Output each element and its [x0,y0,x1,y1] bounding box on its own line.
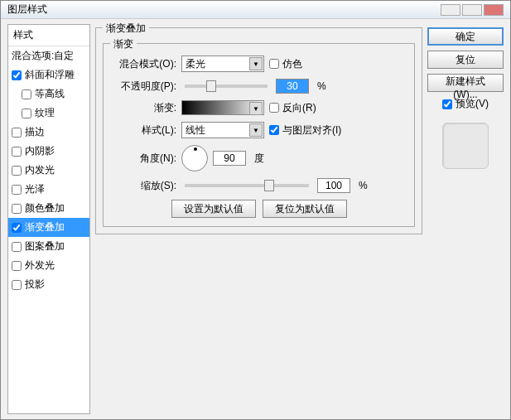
close-button[interactable] [484,4,504,16]
sidebar-item[interactable]: 渐变叠加 [8,218,89,237]
sidebar-item[interactable]: 纹理 [8,104,89,123]
blend-mode-label: 混合模式(O): [112,57,176,71]
sidebar-item[interactable]: 描边 [8,123,89,142]
sidebar-item[interactable]: 斜面和浮雕 [8,65,89,84]
scale-slider[interactable] [185,184,309,187]
minimize-button[interactable] [441,4,460,16]
effect-title: 渐变叠加 [103,22,149,36]
angle-label: 角度(N): [112,152,176,166]
angle-dial[interactable] [181,145,208,171]
sidebar-item-blend-options[interactable]: 混合选项:自定 [8,46,89,65]
content-panel: 渐变叠加 渐变 混合模式(O): ▼ 仿色 不透明度( [95,24,422,414]
percent-unit: % [317,80,326,92]
sidebar-item[interactable]: 内发光 [8,161,89,180]
style-label: 样式(L): [112,123,176,138]
sidebar-item[interactable]: 内阴影 [8,142,89,161]
opacity-slider[interactable] [185,84,268,88]
reverse-checkbox[interactable]: 反向(R) [269,101,316,115]
main-area: 样式 混合选项:自定 斜面和浮雕等高线纹理描边内阴影内发光光泽颜色叠加渐变叠加图… [1,19,510,419]
opacity-label: 不透明度(P): [112,80,176,94]
gradient-preview[interactable] [181,100,264,115]
ok-button[interactable]: 确定 [427,27,504,46]
align-checkbox[interactable]: 与图层对齐(I) [269,123,341,138]
styles-sidebar: 样式 混合选项:自定 斜面和浮雕等高线纹理描边内阴影内发光光泽颜色叠加渐变叠加图… [7,24,90,414]
dither-checkbox[interactable]: 仿色 [269,57,302,71]
window-title: 图层样式 [7,2,47,17]
reset-default-button[interactable]: 复位为默认值 [263,200,347,218]
sidebar-item[interactable]: 等高线 [8,84,89,104]
sidebar-header: 样式 [8,25,89,46]
window-controls [441,4,504,16]
blend-mode-combo[interactable] [181,56,264,72]
sidebar-item[interactable]: 投影 [8,275,89,294]
new-style-button[interactable]: 新建样式(W)... [427,74,504,92]
maximize-button[interactable] [462,4,482,16]
scale-label: 缩放(S): [112,179,176,193]
angle-input[interactable] [213,151,246,166]
right-panel: 确定 复位 新建样式(W)... 预览(V) [427,24,504,414]
preview-checkbox[interactable]: 预览(V) [427,97,504,111]
scale-input[interactable] [317,178,350,193]
gradient-group: 渐变 混合模式(O): ▼ 仿色 不透明度(P): [103,43,415,227]
preview-swatch [442,123,489,169]
cancel-button[interactable]: 复位 [427,51,504,69]
sidebar-item[interactable]: 外发光 [8,256,89,275]
style-combo[interactable] [181,122,264,138]
opacity-input[interactable] [276,79,309,94]
effect-group: 渐变叠加 渐变 混合模式(O): ▼ 仿色 不透明度( [95,27,422,234]
sidebar-item[interactable]: 颜色叠加 [8,199,89,218]
titlebar: 图层样式 [1,1,510,19]
gradient-group-title: 渐变 [110,37,137,51]
set-default-button[interactable]: 设置为默认值 [171,200,256,218]
sidebar-item[interactable]: 图案叠加 [8,237,89,256]
sidebar-item[interactable]: 光泽 [8,180,89,199]
layer-style-dialog: 图层样式 样式 混合选项:自定 斜面和浮雕等高线纹理描边内阴影内发光光泽颜色叠加… [0,0,511,420]
angle-unit: 度 [254,152,264,166]
gradient-label: 渐变: [112,101,176,115]
